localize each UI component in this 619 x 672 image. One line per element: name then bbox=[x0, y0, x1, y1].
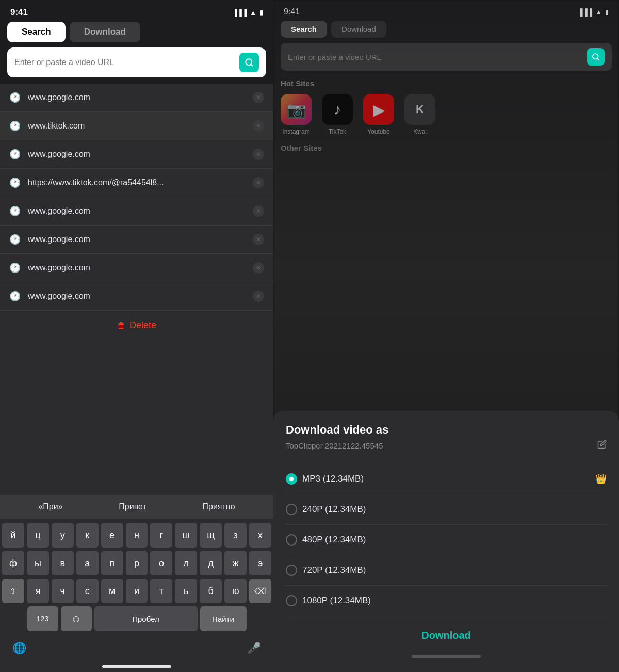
search-icon-right bbox=[592, 53, 600, 61]
mic-icon[interactable]: 🎤 bbox=[247, 642, 261, 655]
autocomplete-word-2[interactable]: Привет bbox=[113, 500, 151, 514]
search-button[interactable] bbox=[239, 53, 259, 72]
key-е[interactable]: е bbox=[101, 523, 123, 548]
key-й[interactable]: й bbox=[2, 523, 24, 548]
key-п[interactable]: п bbox=[101, 551, 123, 575]
history-item[interactable]: 🕐 www.tiktok.com ✕ bbox=[0, 112, 273, 140]
remove-history-icon[interactable]: ✕ bbox=[253, 205, 264, 217]
site-label-instagram: Instagram bbox=[282, 128, 310, 135]
search-bar-right: Enter or paste a video URL bbox=[281, 43, 612, 71]
tab-search[interactable]: Search bbox=[7, 22, 66, 42]
globe-icon[interactable]: 🌐 bbox=[12, 642, 26, 655]
radio-720p bbox=[286, 565, 297, 576]
key-к[interactable]: к bbox=[76, 523, 99, 548]
key-б[interactable]: б bbox=[200, 579, 222, 603]
remove-history-icon[interactable]: ✕ bbox=[253, 291, 264, 302]
delete-all-row[interactable]: 🗑 Delete bbox=[0, 311, 273, 340]
enter-key[interactable]: Найти bbox=[200, 606, 247, 631]
history-item[interactable]: 🕐 www.google.com ✕ bbox=[0, 140, 273, 169]
key-в[interactable]: в bbox=[52, 551, 74, 575]
tab-search-right[interactable]: Search bbox=[281, 21, 327, 38]
site-label-youtube: Youtube bbox=[367, 128, 390, 135]
key-щ[interactable]: щ bbox=[200, 523, 222, 548]
key-ц[interactable]: ц bbox=[27, 523, 49, 548]
format-240p[interactable]: 240P (12.34MB) bbox=[286, 494, 607, 525]
site-item-tiktok[interactable]: ♪ TikTok bbox=[322, 94, 353, 135]
tiktok-icon: ♪ bbox=[322, 94, 353, 125]
tabs-right: Search Download bbox=[273, 21, 619, 38]
key-я[interactable]: я bbox=[27, 579, 49, 603]
key-р[interactable]: р bbox=[126, 551, 148, 575]
history-item[interactable]: 🕐 https://www.tiktok.com/@ra54454l8... ✕ bbox=[0, 169, 273, 197]
history-item[interactable]: 🕐 www.google.com ✕ bbox=[0, 226, 273, 254]
key-х[interactable]: х bbox=[249, 523, 271, 548]
tab-download[interactable]: Download bbox=[70, 22, 140, 42]
backspace-key[interactable]: ⌫ bbox=[249, 579, 271, 603]
key-с[interactable]: с bbox=[76, 579, 99, 603]
home-indicator-left bbox=[102, 665, 171, 668]
history-url: www.google.com bbox=[28, 292, 246, 301]
history-item[interactable]: 🕐 www.google.com ✕ bbox=[0, 282, 273, 311]
status-bar-left: 9:41 ▐▐▐ ▲ ▮ bbox=[0, 0, 273, 22]
key-и[interactable]: и bbox=[126, 579, 148, 603]
key-а[interactable]: а bbox=[76, 551, 99, 575]
history-item[interactable]: 🕐 www.google.com ✕ bbox=[0, 254, 273, 282]
key-ф[interactable]: ф bbox=[2, 551, 24, 575]
keyboard-row-1: й ц у к е н г ш щ з х bbox=[2, 523, 271, 548]
key-ж[interactable]: ж bbox=[224, 551, 247, 575]
key-у[interactable]: у bbox=[52, 523, 74, 548]
site-item-youtube[interactable]: ▶ Youtube bbox=[363, 94, 394, 135]
remove-history-icon[interactable]: ✕ bbox=[253, 234, 264, 245]
history-url: www.google.com bbox=[28, 263, 246, 273]
shift-key[interactable]: ⇧ bbox=[2, 579, 24, 603]
time-right: 9:41 bbox=[284, 7, 300, 17]
format-480p[interactable]: 480P (12.34MB) bbox=[286, 525, 607, 555]
other-sites-section: Other Sites bbox=[273, 143, 619, 158]
history-item[interactable]: 🕐 www.google.com ✕ bbox=[0, 197, 273, 226]
key-ю[interactable]: ю bbox=[224, 579, 247, 603]
edit-filename-icon[interactable] bbox=[597, 440, 607, 452]
url-input[interactable] bbox=[14, 58, 234, 67]
format-720p[interactable]: 720P (12.34MB) bbox=[286, 555, 607, 586]
autocomplete-word-1[interactable]: «При» bbox=[33, 500, 68, 514]
key-ы[interactable]: ы bbox=[27, 551, 49, 575]
keyboard-row-2: ф ы в а п р о л д ж э bbox=[2, 551, 271, 575]
key-ч[interactable]: ч bbox=[52, 579, 74, 603]
site-label-kwai: Kwai bbox=[413, 128, 427, 135]
key-о[interactable]: о bbox=[150, 551, 172, 575]
autocomplete-word-3[interactable]: Приятно bbox=[198, 500, 240, 514]
site-icons-row: 📷 Instagram ♪ TikTok ▶ Youtube K Kwai bbox=[281, 94, 612, 135]
history-item[interactable]: 🕐 www.google.com ✕ bbox=[0, 84, 273, 112]
emoji-key[interactable]: ☺ bbox=[61, 606, 92, 631]
key-г[interactable]: г bbox=[150, 523, 172, 548]
numbers-key[interactable]: 123 bbox=[27, 606, 58, 631]
key-м[interactable]: м bbox=[101, 579, 123, 603]
key-э[interactable]: э bbox=[249, 551, 271, 575]
download-button[interactable]: Download bbox=[286, 620, 607, 651]
wifi-icon: ▲ bbox=[250, 9, 256, 17]
remove-history-icon[interactable]: ✕ bbox=[253, 149, 264, 160]
remove-history-icon[interactable]: ✕ bbox=[253, 177, 264, 188]
modal-filename-row: TopClipper 20212122.45545 bbox=[286, 440, 607, 452]
keyboard: й ц у к е н г ш щ з х ф ы в а п р о bbox=[0, 519, 273, 635]
wifi-icon-right: ▲ bbox=[595, 8, 602, 16]
key-ь[interactable]: ь bbox=[175, 579, 197, 603]
tab-download-right[interactable]: Download bbox=[331, 21, 386, 38]
history-url: https://www.tiktok.com/@ra54454l8... bbox=[28, 178, 246, 187]
search-btn-right[interactable] bbox=[587, 48, 605, 66]
key-з[interactable]: з bbox=[224, 523, 247, 548]
remove-history-icon[interactable]: ✕ bbox=[253, 262, 264, 274]
remove-history-icon[interactable]: ✕ bbox=[253, 92, 264, 103]
remove-history-icon[interactable]: ✕ bbox=[253, 120, 264, 132]
key-т[interactable]: т bbox=[150, 579, 172, 603]
key-л[interactable]: л bbox=[175, 551, 197, 575]
key-д[interactable]: д bbox=[200, 551, 222, 575]
key-ш[interactable]: ш bbox=[175, 523, 197, 548]
key-н[interactable]: н bbox=[126, 523, 148, 548]
space-key[interactable]: Пробел bbox=[94, 606, 198, 631]
site-item-instagram[interactable]: 📷 Instagram bbox=[281, 94, 312, 135]
format-1080p[interactable]: 1080P (12.34MB) bbox=[286, 586, 607, 616]
site-item-kwai[interactable]: K Kwai bbox=[404, 94, 435, 135]
format-label-720p: 720P (12.34MB) bbox=[302, 565, 607, 575]
format-mp3[interactable]: MP3 (12.34MB) 👑 bbox=[286, 464, 607, 494]
